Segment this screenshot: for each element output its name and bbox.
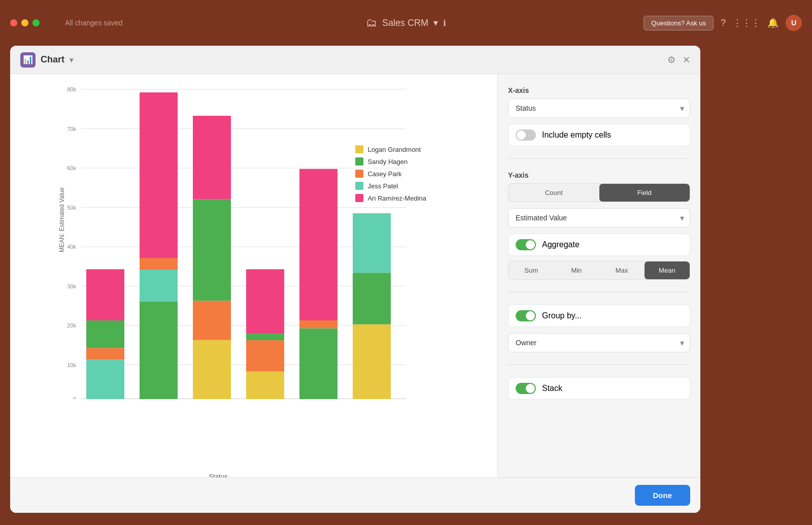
chart-area: MEAN: Estimated Value 0 bbox=[10, 74, 497, 477]
divider-3 bbox=[508, 365, 690, 365]
legend-item-logan: Logan Grandmont bbox=[355, 145, 426, 153]
svg-text:50k: 50k bbox=[67, 205, 76, 211]
mean-button[interactable]: Mean bbox=[645, 261, 690, 279]
include-empty-toggle[interactable] bbox=[516, 129, 536, 141]
close-button[interactable] bbox=[10, 19, 17, 26]
stack-toggle[interactable] bbox=[516, 383, 536, 394]
svg-rect-18 bbox=[86, 360, 124, 400]
svg-text:80k: 80k bbox=[67, 86, 76, 92]
ask-us-button[interactable]: Questions? Ask us bbox=[644, 16, 714, 30]
count-field-group: Count Field bbox=[508, 183, 690, 202]
dialog-title-dropdown-icon[interactable]: ▾ bbox=[70, 56, 73, 64]
xaxis-field-wrapper[interactable]: Status bbox=[508, 99, 690, 118]
groupby-label: Group by... bbox=[542, 311, 582, 320]
settings-icon[interactable]: ⚙ bbox=[667, 54, 675, 65]
traffic-lights bbox=[10, 19, 40, 26]
dialog-title-area: 📊 Chart ▾ bbox=[20, 52, 73, 68]
svg-rect-21 bbox=[86, 269, 124, 320]
divider-1 bbox=[508, 158, 690, 159]
svg-text:10k: 10k bbox=[67, 362, 76, 368]
dialog-body: MEAN: Estimated Value 0 bbox=[10, 74, 700, 477]
stack-row: Stack bbox=[508, 377, 690, 400]
right-panel: X-axis Status Include empty cells Y-axis… bbox=[497, 74, 700, 477]
saved-status: All changes saved bbox=[65, 19, 123, 27]
field-button[interactable]: Field bbox=[599, 184, 690, 202]
svg-rect-35 bbox=[246, 333, 284, 340]
dialog-header: 📊 Chart ▾ ⚙ ✕ bbox=[10, 46, 700, 74]
groupby-field-wrapper[interactable]: Owner bbox=[508, 333, 690, 352]
legend-label-jess: Jess Patel bbox=[367, 182, 398, 190]
svg-rect-44 bbox=[353, 213, 391, 273]
svg-rect-30 bbox=[193, 199, 231, 301]
xaxis-field-select[interactable]: Status bbox=[508, 99, 690, 118]
aggregate-toggle[interactable] bbox=[516, 239, 536, 250]
sum-button[interactable]: Sum bbox=[509, 261, 554, 279]
svg-rect-39 bbox=[299, 320, 337, 329]
svg-rect-40 bbox=[299, 169, 337, 320]
include-empty-label: Include empty cells bbox=[542, 130, 611, 140]
yaxis-field-select[interactable]: Estimated Value bbox=[508, 208, 690, 227]
fullscreen-button[interactable] bbox=[32, 19, 40, 26]
close-icon[interactable]: ✕ bbox=[683, 54, 690, 65]
bar-chart-svg: 0 10k 20k 30k 40k 50k 60k 70k 80k bbox=[51, 84, 416, 399]
min-button[interactable]: Min bbox=[554, 261, 599, 279]
svg-rect-24 bbox=[140, 270, 178, 302]
svg-text:70k: 70k bbox=[67, 126, 76, 132]
svg-rect-43 bbox=[353, 273, 391, 324]
svg-rect-29 bbox=[193, 301, 231, 340]
titlebar-right: Questions? Ask us ? ⋮⋮⋮ 🔔 U bbox=[644, 15, 802, 31]
app-title-area: 🗂 Sales CRM ▾ ℹ bbox=[366, 16, 446, 29]
legend-color-sandy bbox=[355, 157, 363, 166]
groupby-toggle[interactable] bbox=[516, 310, 536, 321]
svg-text:60k: 60k bbox=[67, 165, 76, 171]
svg-rect-38 bbox=[299, 329, 337, 400]
xaxis-section: X-axis Status Include empty cells bbox=[508, 86, 690, 146]
max-button[interactable]: Max bbox=[599, 261, 645, 279]
svg-rect-19 bbox=[86, 348, 124, 359]
count-button[interactable]: Count bbox=[509, 184, 599, 202]
aggregate-label: Aggregate bbox=[542, 240, 580, 249]
grid-icon[interactable]: ⋮⋮⋮ bbox=[733, 17, 760, 28]
legend-label-casey: Casey Park bbox=[367, 170, 401, 178]
svg-rect-31 bbox=[193, 116, 231, 199]
svg-rect-20 bbox=[86, 320, 124, 348]
dialog-title-text: Chart bbox=[41, 54, 64, 65]
legend-label-logan: Logan Grandmont bbox=[367, 146, 421, 153]
app-icon: 🗂 bbox=[366, 16, 377, 29]
y-axis-label: MEAN: Estimated Value bbox=[58, 187, 65, 252]
app-info-icon[interactable]: ℹ bbox=[443, 18, 446, 28]
yaxis-field-wrapper[interactable]: Estimated Value bbox=[508, 208, 690, 227]
svg-text:30k: 30k bbox=[67, 283, 76, 289]
app-title: Sales CRM bbox=[382, 18, 428, 28]
svg-rect-42 bbox=[353, 324, 391, 399]
help-icon[interactable]: ? bbox=[721, 18, 726, 28]
legend-item-jess: Jess Patel bbox=[355, 182, 426, 190]
svg-rect-23 bbox=[140, 302, 178, 400]
app-title-dropdown-icon[interactable]: ▾ bbox=[433, 17, 438, 28]
include-empty-row: Include empty cells bbox=[508, 124, 690, 146]
svg-rect-25 bbox=[140, 258, 178, 270]
legend-color-casey bbox=[355, 170, 363, 178]
legend-item-ari: Ari Ramírez-Medina bbox=[355, 194, 426, 202]
notifications-icon[interactable]: 🔔 bbox=[767, 17, 779, 28]
stack-label: Stack bbox=[542, 384, 562, 393]
xaxis-label: X-axis bbox=[508, 86, 690, 94]
chart-legend: Logan Grandmont Sandy Hagen Casey Park J… bbox=[355, 145, 426, 202]
aggregate-type-group: Sum Min Max Mean bbox=[508, 261, 690, 280]
user-avatar[interactable]: U bbox=[786, 15, 802, 31]
svg-rect-26 bbox=[140, 92, 178, 258]
legend-color-logan bbox=[355, 145, 363, 153]
chart-icon: 📊 bbox=[20, 52, 36, 68]
svg-text:20k: 20k bbox=[67, 322, 76, 329]
minimize-button[interactable] bbox=[21, 19, 28, 26]
groupby-field-select[interactable]: Owner bbox=[508, 333, 690, 352]
chart-dialog: 📊 Chart ▾ ⚙ ✕ MEAN: Estimated Value bbox=[10, 46, 700, 513]
svg-rect-33 bbox=[246, 372, 284, 399]
groupby-row: Group by... bbox=[508, 305, 690, 327]
dialog-header-actions: ⚙ ✕ bbox=[667, 54, 690, 65]
svg-rect-28 bbox=[193, 340, 231, 399]
legend-color-ari bbox=[355, 194, 363, 202]
done-button[interactable]: Done bbox=[635, 485, 691, 506]
x-axis-label: Status bbox=[209, 473, 228, 477]
svg-text:40k: 40k bbox=[67, 244, 76, 250]
